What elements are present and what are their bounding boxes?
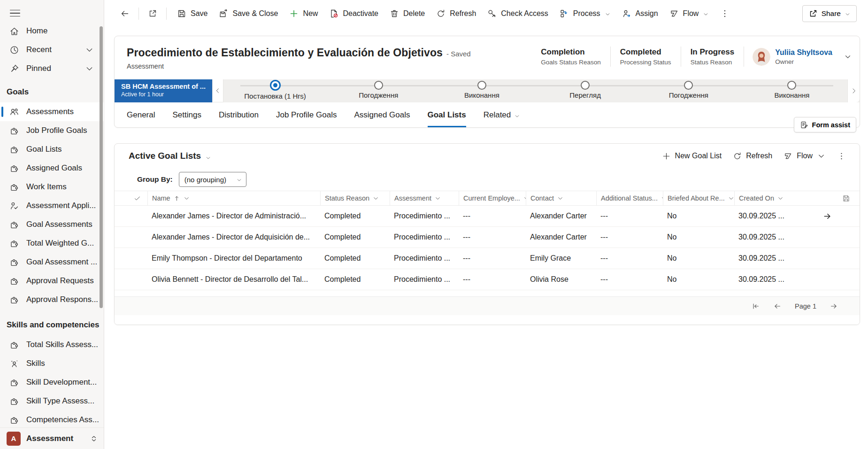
sidebar-item-goal-assessment[interactable]: Goal Assessment ... [0,253,104,271]
sidebar-item-assessment-appli[interactable]: Assessment Appli... [0,196,104,215]
bpf-stage-1-постановка-1-hrs[interactable]: Постановка (1 Hrs) [223,79,327,102]
column-header-contact[interactable]: Contact [526,191,596,205]
owner-name-link[interactable]: Yuliia Shyltsova [775,48,832,57]
open-record-arrow-icon[interactable] [823,212,832,221]
column-header-current-employe[interactable]: Current Employe... [459,191,526,205]
sidebar-item-label: Job Profile Goals [26,126,87,135]
share-button[interactable]: Share [802,5,857,22]
sidebar-item-skills[interactable]: Skills [0,354,104,373]
open-in-new-window-button[interactable] [144,5,161,23]
new-button[interactable]: New [284,5,323,23]
tab-general[interactable]: General [127,110,155,127]
status-field-processing-status[interactable]: CompletedProcessing Status [611,46,681,67]
column-label: Name [152,194,170,202]
column-header-assessment[interactable]: Assessment [390,191,459,205]
next-page-icon[interactable] [830,302,838,310]
select-all-checkbox[interactable] [127,191,147,205]
previous-page-icon[interactable] [773,302,782,310]
chevron-down-icon[interactable] [844,53,852,61]
arrow-left-icon [120,9,130,18]
column-header-status-reason[interactable]: Status Reason [320,191,390,205]
save-column-layout-icon[interactable] [842,191,850,205]
view-selector[interactable]: Active Goal Lists [129,151,211,161]
refresh-button[interactable]: Refresh [430,5,482,23]
sidebar-item-assessments[interactable]: Assessments [0,102,104,121]
sidebar-item-label: Recent [26,45,52,54]
owner-field[interactable]: Yuliia Shyltsova Owner [744,48,832,66]
sidebar-item-recent[interactable]: Recent [0,40,104,59]
button-label: Process [573,9,600,18]
bpf-active-stage-box[interactable]: SB HCM Assessment of ... Active for 1 ho… [115,79,212,102]
first-page-icon[interactable] [752,302,760,310]
trash-icon [390,9,399,18]
table-row[interactable]: Alexander James - Director de Adquisició… [115,227,860,248]
tab-job-profile-goals[interactable]: Job Profile Goals [276,110,337,127]
column-header-additional-status[interactable]: Additional Status... [596,191,663,205]
flow-button[interactable]: Flow [778,147,831,164]
main-area: SaveSave & CloseNewDeactivateDeleteRefre… [105,0,868,449]
cell-briefed: No [663,233,734,241]
sidebar-item-approval-requests[interactable]: Approval Requests [0,271,104,290]
deactivate-button[interactable]: Deactivate [323,5,384,23]
sidebar-scrollbar[interactable] [100,26,103,308]
column-header-name[interactable]: Name [147,191,320,205]
back-button[interactable] [116,5,134,23]
sidebar-item-skill-development[interactable]: Skill Development... [0,373,104,392]
new-goal-list-button[interactable]: New Goal List [657,147,727,164]
button-label: New Goal List [675,152,722,160]
bpf-stage-2-погодження[interactable]: Погодження [327,79,430,102]
stage-label: Погодження [359,91,398,99]
sidebar-item-competencies-ass[interactable]: Competencies Ass... [0,410,104,427]
bpf-collapse-button[interactable] [212,79,223,102]
chevron-down-icon [817,152,826,161]
column-header-briefed-about-re[interactable]: Briefed About Re... [663,191,734,205]
tab-related[interactable]: Related [484,110,521,127]
sidebar-item-job-profile-goals[interactable]: Job Profile Goals [0,121,104,140]
flow-button[interactable]: Flow [664,5,715,23]
overflow-button[interactable] [714,5,735,23]
bpf-next-stages-button[interactable] [847,79,860,102]
check-access-button[interactable]: Check Access [482,5,553,23]
sidebar-item-pinned[interactable]: Pinned [0,59,104,78]
table-row[interactable]: Alexander James - Director de Administra… [115,206,860,227]
plus-icon [662,152,671,161]
form-assist-button[interactable]: Form assist [794,117,856,132]
area-switcher[interactable]: A Assessment [0,427,104,449]
assign-button[interactable]: Assign [616,5,664,23]
table-row[interactable]: Emily Thompson - Director del Departamen… [115,248,860,269]
sidebar-item-label: Skill Development... [26,378,97,387]
group-by-select[interactable]: (no grouping) [179,172,246,187]
sidebar-item-approval-respons[interactable]: Approval Respons... [0,290,104,309]
status-value: Completion [541,47,601,57]
tab-settings[interactable]: Settings [172,110,201,127]
status-field-status-reason[interactable]: In ProgressStatus Reason [681,46,745,67]
grid-pagination-bar: Page 1 [115,296,860,315]
sidebar-item-total-skills-assess[interactable]: Total Skills Assess... [0,335,104,354]
save-button[interactable]: Save [171,5,213,23]
sidebar-item-home[interactable]: Home [0,22,104,40]
refresh-button[interactable]: Refresh [728,147,777,164]
save-close-button[interactable]: Save & Close [213,5,284,23]
tab-assigned-goals[interactable]: Assigned Goals [354,110,410,127]
sidebar-item-total-weighted-g[interactable]: Total Weighted G... [0,234,104,253]
sidebar-item-goal-lists[interactable]: Goal Lists [0,140,104,159]
bpf-stage-5-погодження[interactable]: Погодження [637,79,740,102]
sidebar-item-skill-type-assess[interactable]: Skill Type Assess... [0,392,104,410]
table-row[interactable]: Olivia Bennett - Director de Desarrollo … [115,269,860,290]
bpf-stage-6-виконання[interactable]: Виконання [740,79,844,102]
bpf-stage-3-виконання[interactable]: Виконання [430,79,533,102]
sidebar-item-assigned-goals[interactable]: Assigned Goals [0,159,104,178]
chevron-down-icon [728,195,734,202]
delete-button[interactable]: Delete [384,5,430,23]
status-field-goals-status-reason[interactable]: CompletionGoals Status Reason [531,46,611,67]
sidebar-item-goal-assessments[interactable]: Goal Assessments [0,215,104,234]
process-button[interactable]: Process [554,5,616,23]
bpf-stage-4-перегляд[interactable]: Перегляд [534,79,637,102]
column-header-created-on[interactable]: Created On [734,191,795,205]
grid-overflow-button[interactable] [832,147,851,164]
tab-distribution[interactable]: Distribution [219,110,259,127]
sidebar-item-work-items[interactable]: Work Items [0,178,104,196]
sidebar-group-skills-and-competencies: Skills and competencies [0,309,104,335]
hamburger-menu-icon[interactable] [6,5,24,22]
tab-goal-lists[interactable]: Goal Lists [428,110,466,127]
